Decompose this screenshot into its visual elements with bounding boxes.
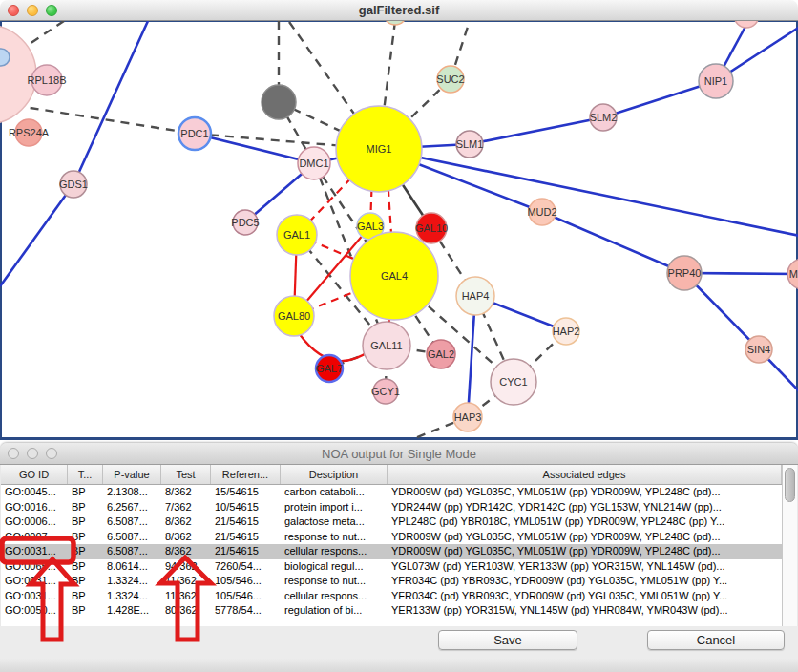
node-label: MIG1 (367, 143, 392, 155)
node-NIP1[interactable]: NIP1 (699, 64, 733, 98)
table-cell: 8/362 (161, 514, 211, 530)
node-top-pink-node[interactable] (734, 21, 759, 28)
table-cell: 2.1308... (103, 485, 161, 500)
column-header[interactable]: Associated edges (388, 465, 782, 484)
table-cell: GO:0031... (1, 544, 68, 559)
node-HAP4[interactable]: HAP4 (456, 277, 494, 315)
node-label: GAL10 (415, 222, 448, 234)
node-RPS24A[interactable]: RPS24A (9, 119, 50, 146)
table-cell: GO:0007... (1, 530, 68, 545)
table-cell: 1.428E... (103, 603, 161, 619)
column-header[interactable]: GO ID (1, 465, 68, 484)
table-row[interactable]: GO:0050...BP1.428E...80/3625778/54...reg… (1, 603, 782, 619)
node-GAL10[interactable]: GAL10 (415, 213, 448, 243)
node-circle[interactable] (384, 21, 407, 25)
network-edge[interactable] (74, 21, 148, 184)
table-cell: 10/54615 (211, 500, 281, 515)
column-header[interactable]: Desciption (281, 465, 388, 484)
network-edge[interactable] (542, 212, 684, 273)
table-cell: BP (68, 530, 103, 545)
node-GAL11[interactable]: GAL11 (363, 322, 410, 369)
table-cell: GO:0006... (1, 514, 68, 530)
table-row[interactable]: GO:0031...BP6.5087...8/36221/54615cellul… (1, 544, 782, 559)
node-GAL2[interactable]: GAL2 (427, 340, 455, 368)
node-label: RPS24A (9, 127, 50, 138)
table-cell: YDR009W (pd) YGL035C, YML051W (pp) YDR00… (388, 544, 782, 559)
node-SIN4[interactable]: SIN4 (746, 336, 772, 363)
node-PDC5[interactable]: PDC5 (231, 210, 259, 235)
node-MSL5[interactable]: MSL5 (788, 259, 798, 289)
node-SLM1[interactable]: SLM1 (456, 131, 484, 158)
button-bar: Save Cancel (0, 626, 798, 672)
table-cell: BP (68, 485, 103, 500)
table-cell: 6.5087... (103, 514, 161, 530)
table-cell: YDR009W (pd) YGL035C, YML051W (pp) YDR00… (388, 530, 782, 545)
node-GCY1[interactable]: GCY1 (371, 379, 400, 404)
network-edge[interactable] (0, 184, 74, 286)
results-table: GO IDT...P-valueTestReferen...Desciption… (1, 465, 797, 627)
table-cell: response to nut... (281, 530, 388, 545)
column-header[interactable]: Test (161, 465, 211, 484)
table-cell: protein import i... (281, 500, 388, 515)
network-edge[interactable] (195, 134, 314, 163)
node-label: NIP1 (704, 75, 727, 87)
table-cell: YDR009W (pd) YGL035C, YML051W (pp) YDR00… (388, 485, 782, 500)
table-header-row[interactable]: GO IDT...P-valueTestReferen...Desciption… (1, 465, 782, 485)
node-GAL7[interactable]: GAL7 (316, 355, 343, 382)
vertical-scrollbar[interactable] (782, 465, 797, 626)
node-SUC2[interactable]: SUC2 (436, 66, 464, 93)
node-GAL80[interactable]: GAL80 (274, 296, 314, 336)
table-cell: 21/54615 (211, 514, 281, 530)
table-cell: 11/362 (161, 574, 211, 589)
node-label: PDC5 (231, 217, 259, 228)
node-SLM2[interactable]: SLM2 (590, 104, 618, 131)
network-canvas: RPL18BRPS24AGDS1PDC1PDC5MIG1DMC1SUC2SLM1… (0, 21, 798, 439)
node-circle[interactable] (262, 85, 296, 119)
table-row[interactable]: GO:0006...BP6.5087...8/36221/54615galact… (1, 514, 782, 530)
table-row[interactable]: GO:0016...BP6.2567...7/36210/54615protei… (1, 500, 782, 515)
table-row[interactable]: GO:0045...BP2.1308...8/36215/54615carbon… (1, 485, 782, 500)
table-cell: BP (68, 574, 103, 589)
network-edge[interactable] (470, 117, 603, 144)
table-row[interactable]: GO:0007...BP6.5087...8/36221/54615respon… (1, 530, 782, 545)
column-header[interactable]: Referen... (211, 465, 281, 484)
node-CYC1[interactable]: CYC1 (491, 359, 536, 405)
node-GAL1[interactable]: GAL1 (277, 215, 317, 255)
node-top-green-node[interactable] (384, 21, 407, 25)
table-row[interactable]: GO:0031...BP1.3324...11/362105/546...cel… (1, 589, 782, 604)
node-GAL4[interactable]: GAL4 (350, 232, 438, 320)
node-gray-node[interactable] (262, 85, 296, 119)
table-row[interactable]: GO:0065...BP8.0614...94/3627260/54...bio… (1, 559, 782, 575)
table-row[interactable]: GO:0031...BP1.3324...11/362105/546...res… (1, 574, 782, 589)
node-DMC1[interactable]: DMC1 (298, 147, 330, 179)
column-header[interactable]: T... (68, 465, 103, 484)
noa-output-window: NOA output for Single Mode GO IDT...P-va… (0, 443, 798, 672)
save-button[interactable]: Save (438, 630, 578, 650)
column-header[interactable]: P-value (103, 465, 161, 484)
table-cell: 105/546... (211, 589, 281, 604)
table-cell: BP (68, 559, 103, 575)
node-MIG1[interactable]: MIG1 (336, 106, 422, 192)
scrollbar-thumb[interactable] (785, 468, 795, 502)
network-canvas-area[interactable]: RPL18BRPS24AGDS1PDC1PDC5MIG1DMC1SUC2SLM1… (0, 21, 798, 440)
cancel-button[interactable]: Cancel (647, 630, 785, 650)
table-cell: 21/54615 (211, 530, 281, 545)
node-circle[interactable] (734, 21, 759, 28)
node-label: PRP40 (668, 267, 702, 279)
table-cell: GO:0050... (1, 603, 68, 619)
node-GDS1[interactable]: GDS1 (59, 171, 88, 198)
node-HAP3[interactable]: HAP3 (453, 403, 482, 431)
node-MUD2[interactable]: MUD2 (527, 199, 556, 225)
node-HAP2[interactable]: HAP2 (553, 318, 580, 345)
network-edges (0, 21, 798, 439)
node-label: RPL18B (28, 74, 67, 86)
node-label: GAL80 (278, 310, 310, 322)
node-label: HAP2 (553, 326, 580, 337)
table-cell: response to nut... (281, 574, 388, 589)
table-cell: GO:0016... (1, 500, 68, 515)
node-PRP40[interactable]: PRP40 (667, 256, 702, 290)
table-cell: 8/362 (161, 485, 211, 500)
node-label: CYC1 (499, 376, 527, 388)
node-PDC1[interactable]: PDC1 (178, 117, 211, 150)
window-title: galFiltered.sif (0, 3, 798, 17)
